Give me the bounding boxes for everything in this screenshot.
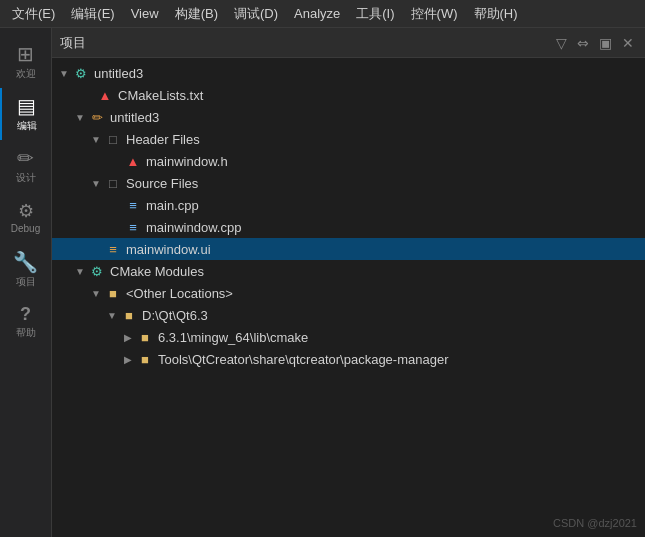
- sync-button[interactable]: ⇔: [574, 33, 592, 53]
- arrow: ▶: [120, 354, 136, 365]
- tree-item-cmake-modules[interactable]: ▼ ⚙ CMake Modules: [52, 260, 645, 282]
- arrow: ▼: [72, 266, 88, 277]
- sidebar-item-project[interactable]: 🔧 项目: [0, 244, 52, 296]
- mingw-folder-icon: ■: [136, 330, 154, 345]
- design-icon: ✏: [17, 148, 34, 168]
- sidebar-item-welcome[interactable]: ⊞ 欢迎: [0, 36, 52, 88]
- project-panel: 项目 ▽ ⇔ ▣ ✕ ▼ ⚙ untitled3 ▲ CMakeLi: [52, 28, 645, 537]
- menu-tools[interactable]: 工具(I): [348, 1, 402, 27]
- tree-item-untitled3-sub[interactable]: ▼ ✏ untitled3: [52, 106, 645, 128]
- sidebar-item-help[interactable]: ? 帮助: [0, 296, 52, 348]
- tools-folder-icon: ■: [136, 352, 154, 367]
- tree-item-untitled3-root[interactable]: ▼ ⚙ untitled3: [52, 62, 645, 84]
- tree-label-untitled3-root: untitled3: [94, 66, 143, 81]
- sidebar-debug-label: Debug: [11, 223, 40, 234]
- layout-button[interactable]: ▣: [596, 33, 615, 53]
- tree-item-source-files[interactable]: ▼ □ Source Files: [52, 172, 645, 194]
- sidebar: ⊞ 欢迎 ▤ 编辑 ✏ 设计 ⚙ Debug 🔧 项目 ? 帮助: [0, 28, 52, 537]
- arrow: ▶: [120, 332, 136, 343]
- tree-label-cmakelists: CMakeLists.txt: [118, 88, 203, 103]
- qt-folder-icon: ■: [120, 308, 138, 323]
- tree-item-cmakelists[interactable]: ▲ CMakeLists.txt: [52, 84, 645, 106]
- tree-item-main-cpp[interactable]: ≡ main.cpp: [52, 194, 645, 216]
- cmake-file-icon: ▲: [96, 88, 114, 103]
- filter-button[interactable]: ▽: [553, 33, 570, 53]
- tree-label-other-locations: <Other Locations>: [126, 286, 233, 301]
- tree-label-mainwindow-h: mainwindow.h: [146, 154, 228, 169]
- tree-item-header-files[interactable]: ▼ □ Header Files: [52, 128, 645, 150]
- arrow: ▼: [56, 68, 72, 79]
- menu-build[interactable]: 构建(B): [167, 1, 226, 27]
- project-root-icon: ⚙: [72, 66, 90, 81]
- tree-label-main-cpp: main.cpp: [146, 198, 199, 213]
- cpp-file-icon: ≡: [124, 198, 142, 213]
- arrow: ▼: [104, 310, 120, 321]
- sidebar-design-label: 设计: [16, 171, 36, 185]
- tree-item-mingw64[interactable]: ▶ ■ 6.3.1\mingw_64\lib\cmake: [52, 326, 645, 348]
- sidebar-help-label: 帮助: [16, 326, 36, 340]
- tree-item-mainwindow-cpp[interactable]: ≡ mainwindow.cpp: [52, 216, 645, 238]
- panel-title: 项目: [60, 34, 86, 52]
- sidebar-item-edit[interactable]: ▤ 编辑: [0, 88, 52, 140]
- menu-analyze[interactable]: Analyze: [286, 2, 348, 25]
- tree-view[interactable]: ▼ ⚙ untitled3 ▲ CMakeLists.txt ▼ ✏ untit…: [52, 58, 645, 537]
- tree-label-mingw64: 6.3.1\mingw_64\lib\cmake: [158, 330, 308, 345]
- arrow: ▼: [88, 178, 104, 189]
- tree-item-mainwindow-ui[interactable]: ≡ mainwindow.ui: [52, 238, 645, 260]
- sidebar-project-label: 项目: [16, 275, 36, 289]
- cpp-file-icon-2: ≡: [124, 220, 142, 235]
- tree-label-untitled3-sub: untitled3: [110, 110, 159, 125]
- tree-label-mainwindow-ui: mainwindow.ui: [126, 242, 211, 257]
- arrow: ▼: [88, 288, 104, 299]
- menu-edit[interactable]: 编辑(E): [63, 1, 122, 27]
- source-folder-icon: □: [104, 176, 122, 191]
- panel-actions: ▽ ⇔ ▣ ✕: [553, 33, 637, 53]
- main-layout: ⊞ 欢迎 ▤ 编辑 ✏ 设计 ⚙ Debug 🔧 项目 ? 帮助 项目: [0, 28, 645, 537]
- folder-icon: □: [104, 132, 122, 147]
- help-icon: ?: [20, 305, 31, 323]
- sidebar-item-debug[interactable]: ⚙ Debug: [0, 192, 52, 244]
- sidebar-edit-label: 编辑: [17, 119, 37, 133]
- tree-label-mainwindow-cpp: mainwindow.cpp: [146, 220, 241, 235]
- sidebar-item-design[interactable]: ✏ 设计: [0, 140, 52, 192]
- cmake-modules-icon: ⚙: [88, 264, 106, 279]
- tree-item-mainwindow-h[interactable]: ▲ mainwindow.h: [52, 150, 645, 172]
- sidebar-welcome-label: 欢迎: [16, 67, 36, 81]
- menu-debug[interactable]: 调试(D): [226, 1, 286, 27]
- other-locations-icon: ■: [104, 286, 122, 301]
- tree-label-header-files: Header Files: [126, 132, 200, 147]
- arrow: ▼: [88, 134, 104, 145]
- tree-label-tools-qtcreator: Tools\QtCreator\share\qtcreator\package-…: [158, 352, 448, 367]
- debug-icon: ⚙: [18, 202, 34, 220]
- menu-bar: 文件(E) 编辑(E) View 构建(B) 调试(D) Analyze 工具(…: [0, 0, 645, 28]
- tree-label-cmake-modules: CMake Modules: [110, 264, 204, 279]
- menu-file[interactable]: 文件(E): [4, 1, 63, 27]
- menu-view[interactable]: View: [123, 2, 167, 25]
- edit-icon: ▤: [17, 96, 36, 116]
- tree-item-dqtqt63[interactable]: ▼ ■ D:\Qt\Qt6.3: [52, 304, 645, 326]
- menu-help[interactable]: 帮助(H): [466, 1, 526, 27]
- welcome-icon: ⊞: [17, 44, 34, 64]
- menu-controls[interactable]: 控件(W): [403, 1, 466, 27]
- arrow: ▼: [72, 112, 88, 123]
- folder-edit-icon: ✏: [88, 110, 106, 125]
- tree-label-source-files: Source Files: [126, 176, 198, 191]
- close-button[interactable]: ✕: [619, 33, 637, 53]
- project-icon: 🔧: [13, 252, 38, 272]
- tree-label-dqtqt63: D:\Qt\Qt6.3: [142, 308, 208, 323]
- watermark: CSDN @dzj2021: [553, 517, 637, 529]
- panel-header: 项目 ▽ ⇔ ▣ ✕: [52, 28, 645, 58]
- ui-file-icon: ≡: [104, 242, 122, 257]
- tree-item-tools-qtcreator[interactable]: ▶ ■ Tools\QtCreator\share\qtcreator\pack…: [52, 348, 645, 370]
- header-file-icon: ▲: [124, 154, 142, 169]
- tree-item-other-locations[interactable]: ▼ ■ <Other Locations>: [52, 282, 645, 304]
